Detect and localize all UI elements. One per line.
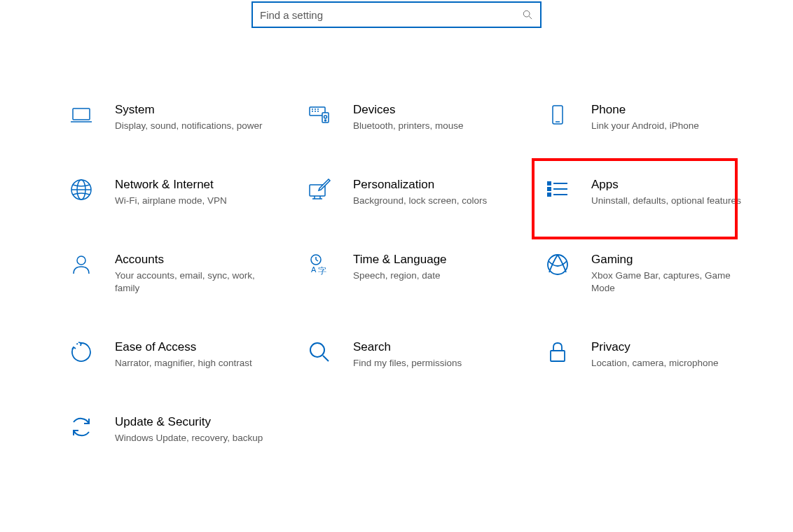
category-desc: Your accounts, email, sync, work, family (115, 270, 265, 295)
category-desc: Windows Update, recovery, backup (115, 432, 263, 444)
laptop-icon (69, 102, 94, 127)
category-ease[interactable]: Ease of Access Narrator, magnifier, high… (69, 337, 307, 372)
privacy-icon (545, 340, 570, 365)
category-title: Network & Internet (115, 177, 227, 192)
settings-categories: System Display, sound, notifications, po… (0, 99, 793, 447)
category-title: Search (353, 340, 462, 355)
category-title: Accounts (115, 252, 265, 267)
apps-icon (545, 177, 570, 202)
search-box[interactable] (251, 1, 542, 28)
svg-rect-14 (553, 106, 563, 124)
svg-text:字: 字 (318, 266, 326, 276)
svg-point-29 (77, 256, 85, 265)
category-title: Update & Security (115, 414, 263, 430)
category-title: System (115, 102, 263, 118)
category-text: Search Find my files, permissions (353, 340, 462, 370)
category-text: Phone Link your Android, iPhone (591, 102, 699, 132)
category-personalization[interactable]: Personalization Background, lock screen,… (307, 174, 545, 210)
category-title: Apps (591, 177, 741, 192)
personalization-icon (307, 177, 332, 202)
category-text: Update & Security Windows Update, recove… (115, 414, 263, 444)
category-desc: Speech, region, date (353, 270, 447, 282)
category-text: Privacy Location, camera, microphone (591, 340, 719, 370)
category-title: Privacy (591, 340, 719, 355)
category-title: Phone (591, 102, 699, 118)
search-container (0, 0, 793, 28)
search-cat-icon (307, 340, 332, 365)
category-title: Devices (353, 102, 464, 118)
category-text: Ease of Access Narrator, magnifier, high… (115, 340, 252, 370)
svg-rect-24 (548, 188, 551, 190)
category-desc: Bluetooth, printers, mouse (353, 120, 464, 132)
phone-icon (545, 102, 570, 127)
accounts-icon (69, 252, 94, 277)
category-text: Devices Bluetooth, printers, mouse (353, 102, 464, 132)
svg-line-32 (316, 260, 318, 261)
category-privacy[interactable]: Privacy Location, camera, microphone (545, 337, 755, 372)
svg-rect-23 (548, 182, 551, 185)
category-text: Gaming Xbox Game Bar, captures, Game Mod… (591, 252, 741, 295)
category-text: Time & Language Speech, region, date (353, 252, 447, 282)
category-desc: Xbox Game Bar, captures, Game Mode (591, 270, 741, 295)
category-title: Gaming (591, 252, 741, 267)
svg-rect-38 (551, 351, 565, 361)
svg-rect-25 (548, 193, 551, 196)
category-text: Accounts Your accounts, email, sync, wor… (115, 252, 265, 295)
category-desc: Narrator, magnifier, high contrast (115, 357, 252, 370)
category-time[interactable]: A 字 Time & Language Speech, region, date (307, 249, 545, 298)
category-accounts[interactable]: Accounts Your accounts, email, sync, wor… (69, 249, 307, 298)
search-icon (522, 9, 533, 20)
devices-icon (307, 102, 332, 127)
gaming-icon (545, 252, 570, 277)
category-update[interactable]: Update & Security Windows Update, recove… (69, 412, 307, 447)
category-apps[interactable]: Apps Uninstall, defaults, optional featu… (545, 174, 755, 210)
category-title: Personalization (353, 177, 487, 192)
globe-icon (69, 177, 94, 202)
ease-icon (69, 340, 94, 365)
category-title: Ease of Access (115, 340, 252, 355)
category-gaming[interactable]: Gaming Xbox Game Bar, captures, Game Mod… (545, 249, 755, 298)
svg-point-36 (310, 343, 324, 357)
category-devices[interactable]: Devices Bluetooth, printers, mouse (307, 99, 545, 135)
svg-line-37 (323, 356, 329, 361)
time-icon: A 字 (307, 252, 332, 277)
category-desc: Find my files, permissions (353, 357, 462, 370)
category-phone[interactable]: Phone Link your Android, iPhone (545, 99, 755, 135)
category-system[interactable]: System Display, sound, notifications, po… (69, 99, 307, 135)
category-desc: Background, lock screen, colors (353, 195, 487, 207)
search-input[interactable] (260, 9, 522, 21)
category-title: Time & Language (353, 252, 447, 267)
svg-line-1 (529, 16, 532, 19)
svg-text:A: A (311, 265, 317, 274)
category-desc: Display, sound, notifications, power (115, 120, 263, 132)
category-text: Apps Uninstall, defaults, optional featu… (591, 177, 741, 207)
svg-point-0 (523, 10, 530, 17)
category-desc: Uninstall, defaults, optional features (591, 195, 741, 207)
category-desc: Wi-Fi, airplane mode, VPN (115, 195, 227, 207)
update-icon (69, 414, 94, 440)
category-text: Personalization Background, lock screen,… (353, 177, 487, 207)
category-desc: Location, camera, microphone (591, 357, 719, 370)
category-network[interactable]: Network & Internet Wi-Fi, airplane mode,… (69, 174, 307, 210)
category-desc: Link your Android, iPhone (591, 120, 699, 132)
svg-rect-2 (73, 108, 90, 120)
category-text: Network & Internet Wi-Fi, airplane mode,… (115, 177, 227, 207)
category-search[interactable]: Search Find my files, permissions (307, 337, 545, 372)
category-text: System Display, sound, notifications, po… (115, 102, 263, 132)
svg-point-35 (548, 255, 567, 274)
